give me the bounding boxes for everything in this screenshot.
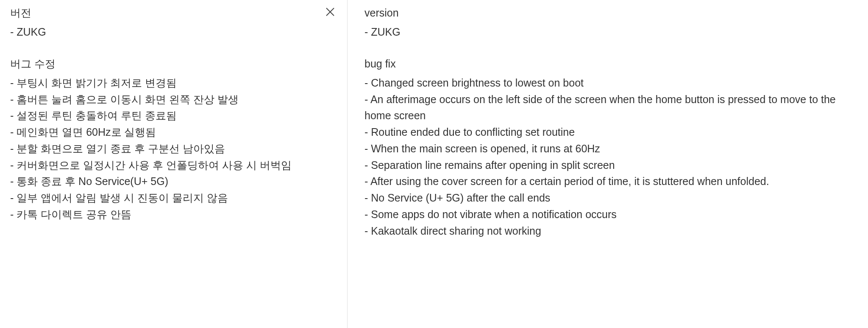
version-label-left: 버전 [10,5,337,21]
list-item: - 설정된 루틴 충돌하여 루틴 종료됨 [10,107,337,124]
version-value-left: - ZUKG [10,24,337,40]
list-item: - When the main screen is opened, it run… [364,140,858,157]
bugfix-label-left: 버그 수정 [10,56,337,72]
spacer [364,40,858,56]
list-item: - Separation line remains after opening … [364,157,858,174]
version-value-right: - ZUKG [364,24,858,40]
list-item: - Routine ended due to conflicting set r… [364,124,858,140]
list-item: - 커버화면으로 일정시간 사용 후 언폴딩하여 사용 시 버벅임 [10,157,337,174]
list-item: - 홈버튼 눌려 홈으로 이동시 화면 왼쪽 잔상 발생 [10,91,337,108]
two-column-container: 버전 - ZUKG 버그 수정 - 부팅시 화면 밝기가 최저로 변경됨- 홈버… [0,0,868,328]
list-item: - 메인화면 열면 60Hz로 실행됨 [10,124,337,140]
list-item: - An afterimage occurs on the left side … [364,91,858,124]
bugfix-list-right: - Changed screen brightness to lowest on… [364,75,858,239]
list-item: - After using the cover screen for a cer… [364,173,858,190]
bugfix-label-right: bug fix [364,56,858,72]
close-icon [326,7,335,19]
list-item: - Some apps do not vibrate when a notifi… [364,206,858,223]
list-item: - 통화 종료 후 No Service(U+ 5G) [10,173,337,190]
bugfix-list-left: - 부팅시 화면 밝기가 최저로 변경됨- 홈버튼 눌려 홈으로 이동시 화면 … [10,75,337,223]
version-label-right: version [364,5,858,21]
list-item: - Changed screen brightness to lowest on… [364,75,858,91]
list-item: - No Service (U+ 5G) after the call ends [364,190,858,206]
close-button[interactable] [322,4,339,21]
list-item: - Kakaotalk direct sharing not working [364,223,858,239]
right-panel: version - ZUKG bug fix - Changed screen … [348,0,868,328]
list-item: - 일부 앱에서 알림 발생 시 진동이 물리지 않음 [10,190,337,206]
list-item: - 카톡 다이렉트 공유 안뜸 [10,206,337,223]
spacer [10,40,337,56]
left-panel: 버전 - ZUKG 버그 수정 - 부팅시 화면 밝기가 최저로 변경됨- 홈버… [0,0,348,328]
list-item: - 부팅시 화면 밝기가 최저로 변경됨 [10,75,337,91]
list-item: - 분할 화면으로 열기 종료 후 구분선 남아있음 [10,140,337,157]
